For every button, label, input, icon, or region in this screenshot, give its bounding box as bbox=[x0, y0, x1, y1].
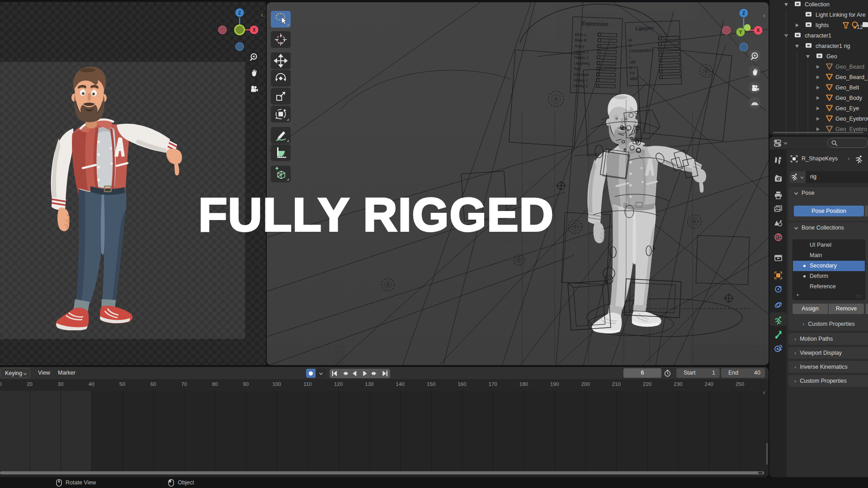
svg-text:Happy 2: Happy 2 bbox=[574, 55, 589, 60]
svg-text:Geo_Body: Geo_Body bbox=[835, 95, 863, 101]
svg-text:Sad: Sad bbox=[574, 66, 581, 71]
svg-text:character1: character1 bbox=[805, 33, 831, 39]
svg-text:Z: Z bbox=[742, 11, 745, 16]
svg-text:12: 12 bbox=[857, 24, 863, 30]
svg-text:Geo_Eyebro: Geo_Eyebro bbox=[835, 126, 867, 132]
svg-text:Expression: Expression bbox=[581, 20, 609, 28]
svg-text:lights: lights bbox=[816, 22, 829, 28]
svg-text:character1 rig: character1 rig bbox=[816, 43, 850, 49]
svg-text:X: X bbox=[253, 28, 256, 33]
svg-text:FV: FV bbox=[630, 71, 635, 75]
svg-text:Light Linking for Are: Light Linking for Are bbox=[816, 12, 866, 18]
svg-text:CDGHKNRST: CDGHKNRST bbox=[629, 48, 653, 53]
svg-text:Geo_Beard: Geo_Beard bbox=[835, 64, 864, 70]
svg-text:Happy 1: Happy 1 bbox=[574, 49, 589, 54]
svg-text:L: L bbox=[629, 54, 631, 59]
svg-text:X: X bbox=[757, 28, 760, 33]
svg-text:Lipsync: Lipsync bbox=[635, 25, 654, 32]
svg-text:Collection: Collection bbox=[805, 1, 830, 8]
svg-text:Z: Z bbox=[238, 10, 241, 15]
svg-text:Geo: Geo bbox=[826, 53, 837, 60]
svg-text:Geo_Beard_B: Geo_Beard_B bbox=[835, 74, 868, 80]
svg-text:Geo_Eyebrow: Geo_Eyebrow bbox=[835, 116, 868, 122]
svg-text:Blink R: Blink R bbox=[575, 38, 587, 43]
svg-text:E: E bbox=[629, 66, 632, 70]
svg-text:AI: AI bbox=[628, 38, 632, 42]
svg-text:Blink L: Blink L bbox=[575, 32, 586, 37]
svg-text:Geo_Belt: Geo_Belt bbox=[835, 84, 859, 91]
svg-text:Smiley 2: Smiley 2 bbox=[573, 84, 588, 89]
svg-text:Laughing: Laughing bbox=[574, 61, 590, 66]
svg-text:Angry: Angry bbox=[575, 43, 585, 48]
svg-text:UW: UW bbox=[629, 60, 636, 64]
svg-text:Shocked: Shocked bbox=[573, 72, 589, 77]
svg-text:Smiley 1: Smiley 1 bbox=[573, 78, 588, 83]
svg-text:O: O bbox=[629, 43, 632, 48]
svg-text:Geo_Eye: Geo_Eye bbox=[835, 105, 859, 112]
svg-text:Y: Y bbox=[739, 30, 742, 35]
svg-text:MBP: MBP bbox=[630, 76, 638, 81]
